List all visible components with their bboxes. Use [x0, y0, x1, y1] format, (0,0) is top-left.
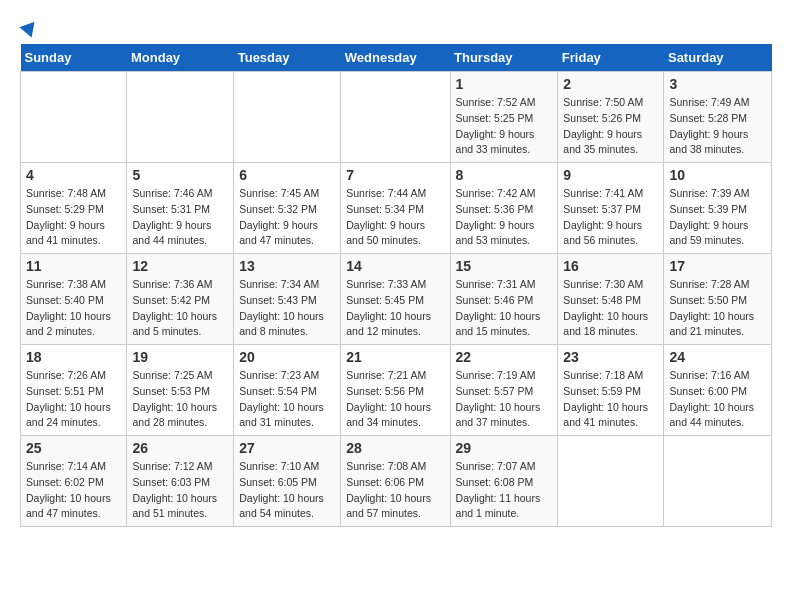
calendar-cell [127, 72, 234, 163]
calendar-cell: 5Sunrise: 7:46 AM Sunset: 5:31 PM Daylig… [127, 163, 234, 254]
calendar-cell: 4Sunrise: 7:48 AM Sunset: 5:29 PM Daylig… [21, 163, 127, 254]
day-info: Sunrise: 7:38 AM Sunset: 5:40 PM Dayligh… [26, 277, 121, 340]
weekday-header-wednesday: Wednesday [341, 44, 450, 72]
day-number: 28 [346, 440, 444, 456]
weekday-header-monday: Monday [127, 44, 234, 72]
day-number: 5 [132, 167, 228, 183]
calendar-cell [21, 72, 127, 163]
day-info: Sunrise: 7:30 AM Sunset: 5:48 PM Dayligh… [563, 277, 658, 340]
day-info: Sunrise: 7:14 AM Sunset: 6:02 PM Dayligh… [26, 459, 121, 522]
day-info: Sunrise: 7:48 AM Sunset: 5:29 PM Dayligh… [26, 186, 121, 249]
calendar-cell: 27Sunrise: 7:10 AM Sunset: 6:05 PM Dayli… [234, 436, 341, 527]
weekday-header-tuesday: Tuesday [234, 44, 341, 72]
calendar-cell: 17Sunrise: 7:28 AM Sunset: 5:50 PM Dayli… [664, 254, 772, 345]
calendar-cell: 16Sunrise: 7:30 AM Sunset: 5:48 PM Dayli… [558, 254, 664, 345]
day-info: Sunrise: 7:34 AM Sunset: 5:43 PM Dayligh… [239, 277, 335, 340]
day-number: 11 [26, 258, 121, 274]
day-info: Sunrise: 7:18 AM Sunset: 5:59 PM Dayligh… [563, 368, 658, 431]
day-info: Sunrise: 7:25 AM Sunset: 5:53 PM Dayligh… [132, 368, 228, 431]
day-info: Sunrise: 7:31 AM Sunset: 5:46 PM Dayligh… [456, 277, 553, 340]
day-number: 21 [346, 349, 444, 365]
calendar-cell: 19Sunrise: 7:25 AM Sunset: 5:53 PM Dayli… [127, 345, 234, 436]
calendar-cell: 18Sunrise: 7:26 AM Sunset: 5:51 PM Dayli… [21, 345, 127, 436]
day-number: 17 [669, 258, 766, 274]
day-info: Sunrise: 7:44 AM Sunset: 5:34 PM Dayligh… [346, 186, 444, 249]
logo-triangle-icon [19, 16, 40, 37]
day-number: 2 [563, 76, 658, 92]
day-info: Sunrise: 7:26 AM Sunset: 5:51 PM Dayligh… [26, 368, 121, 431]
day-info: Sunrise: 7:33 AM Sunset: 5:45 PM Dayligh… [346, 277, 444, 340]
day-number: 27 [239, 440, 335, 456]
day-number: 25 [26, 440, 121, 456]
day-number: 15 [456, 258, 553, 274]
calendar-cell: 10Sunrise: 7:39 AM Sunset: 5:39 PM Dayli… [664, 163, 772, 254]
calendar-cell: 9Sunrise: 7:41 AM Sunset: 5:37 PM Daylig… [558, 163, 664, 254]
calendar-cell: 29Sunrise: 7:07 AM Sunset: 6:08 PM Dayli… [450, 436, 558, 527]
day-info: Sunrise: 7:16 AM Sunset: 6:00 PM Dayligh… [669, 368, 766, 431]
day-number: 7 [346, 167, 444, 183]
logo [20, 20, 38, 34]
day-number: 3 [669, 76, 766, 92]
calendar-cell: 6Sunrise: 7:45 AM Sunset: 5:32 PM Daylig… [234, 163, 341, 254]
day-info: Sunrise: 7:23 AM Sunset: 5:54 PM Dayligh… [239, 368, 335, 431]
calendar-cell [558, 436, 664, 527]
day-number: 9 [563, 167, 658, 183]
calendar-cell: 28Sunrise: 7:08 AM Sunset: 6:06 PM Dayli… [341, 436, 450, 527]
day-info: Sunrise: 7:39 AM Sunset: 5:39 PM Dayligh… [669, 186, 766, 249]
header [20, 20, 772, 34]
day-number: 1 [456, 76, 553, 92]
calendar-cell: 12Sunrise: 7:36 AM Sunset: 5:42 PM Dayli… [127, 254, 234, 345]
day-number: 19 [132, 349, 228, 365]
day-number: 14 [346, 258, 444, 274]
calendar-cell: 8Sunrise: 7:42 AM Sunset: 5:36 PM Daylig… [450, 163, 558, 254]
day-info: Sunrise: 7:52 AM Sunset: 5:25 PM Dayligh… [456, 95, 553, 158]
day-number: 29 [456, 440, 553, 456]
day-info: Sunrise: 7:19 AM Sunset: 5:57 PM Dayligh… [456, 368, 553, 431]
day-number: 20 [239, 349, 335, 365]
day-info: Sunrise: 7:42 AM Sunset: 5:36 PM Dayligh… [456, 186, 553, 249]
weekday-header-saturday: Saturday [664, 44, 772, 72]
calendar-cell [664, 436, 772, 527]
day-info: Sunrise: 7:08 AM Sunset: 6:06 PM Dayligh… [346, 459, 444, 522]
calendar-table: SundayMondayTuesdayWednesdayThursdayFrid… [20, 44, 772, 527]
day-number: 4 [26, 167, 121, 183]
day-number: 22 [456, 349, 553, 365]
calendar-cell: 15Sunrise: 7:31 AM Sunset: 5:46 PM Dayli… [450, 254, 558, 345]
day-info: Sunrise: 7:07 AM Sunset: 6:08 PM Dayligh… [456, 459, 553, 522]
day-info: Sunrise: 7:41 AM Sunset: 5:37 PM Dayligh… [563, 186, 658, 249]
day-info: Sunrise: 7:12 AM Sunset: 6:03 PM Dayligh… [132, 459, 228, 522]
calendar-cell: 7Sunrise: 7:44 AM Sunset: 5:34 PM Daylig… [341, 163, 450, 254]
calendar-cell: 2Sunrise: 7:50 AM Sunset: 5:26 PM Daylig… [558, 72, 664, 163]
weekday-header-friday: Friday [558, 44, 664, 72]
day-number: 8 [456, 167, 553, 183]
day-number: 24 [669, 349, 766, 365]
day-info: Sunrise: 7:46 AM Sunset: 5:31 PM Dayligh… [132, 186, 228, 249]
day-info: Sunrise: 7:36 AM Sunset: 5:42 PM Dayligh… [132, 277, 228, 340]
calendar-cell: 3Sunrise: 7:49 AM Sunset: 5:28 PM Daylig… [664, 72, 772, 163]
day-number: 23 [563, 349, 658, 365]
day-number: 13 [239, 258, 335, 274]
day-number: 6 [239, 167, 335, 183]
calendar-cell: 26Sunrise: 7:12 AM Sunset: 6:03 PM Dayli… [127, 436, 234, 527]
day-info: Sunrise: 7:28 AM Sunset: 5:50 PM Dayligh… [669, 277, 766, 340]
day-number: 16 [563, 258, 658, 274]
calendar-cell: 20Sunrise: 7:23 AM Sunset: 5:54 PM Dayli… [234, 345, 341, 436]
day-number: 18 [26, 349, 121, 365]
day-info: Sunrise: 7:49 AM Sunset: 5:28 PM Dayligh… [669, 95, 766, 158]
calendar-cell: 11Sunrise: 7:38 AM Sunset: 5:40 PM Dayli… [21, 254, 127, 345]
day-number: 10 [669, 167, 766, 183]
calendar-cell: 14Sunrise: 7:33 AM Sunset: 5:45 PM Dayli… [341, 254, 450, 345]
day-number: 26 [132, 440, 228, 456]
calendar-cell: 1Sunrise: 7:52 AM Sunset: 5:25 PM Daylig… [450, 72, 558, 163]
weekday-header-sunday: Sunday [21, 44, 127, 72]
calendar-cell [234, 72, 341, 163]
weekday-header-thursday: Thursday [450, 44, 558, 72]
calendar-cell: 21Sunrise: 7:21 AM Sunset: 5:56 PM Dayli… [341, 345, 450, 436]
calendar-cell: 13Sunrise: 7:34 AM Sunset: 5:43 PM Dayli… [234, 254, 341, 345]
day-info: Sunrise: 7:45 AM Sunset: 5:32 PM Dayligh… [239, 186, 335, 249]
day-info: Sunrise: 7:50 AM Sunset: 5:26 PM Dayligh… [563, 95, 658, 158]
day-number: 12 [132, 258, 228, 274]
day-info: Sunrise: 7:21 AM Sunset: 5:56 PM Dayligh… [346, 368, 444, 431]
calendar-cell: 23Sunrise: 7:18 AM Sunset: 5:59 PM Dayli… [558, 345, 664, 436]
day-info: Sunrise: 7:10 AM Sunset: 6:05 PM Dayligh… [239, 459, 335, 522]
